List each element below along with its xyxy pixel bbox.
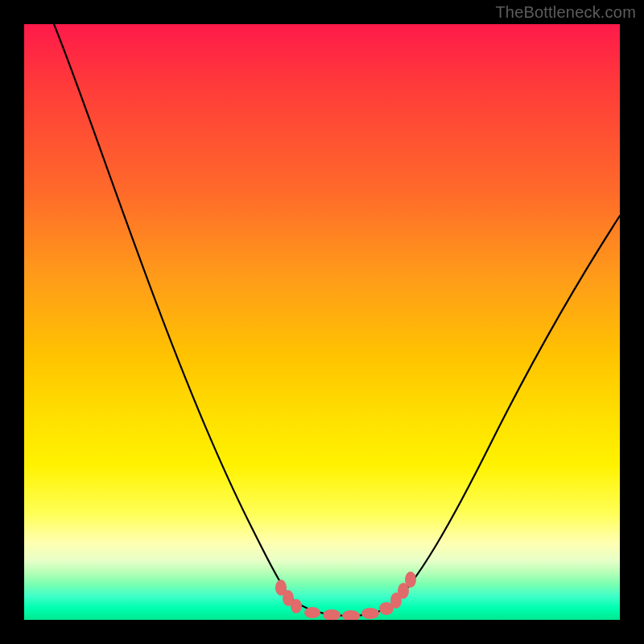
attribution-label: TheBottleneck.com: [495, 3, 636, 22]
plot-area: [24, 24, 620, 620]
chart-frame: TheBottleneck.com: [0, 0, 644, 644]
gradient-background: [24, 24, 620, 620]
